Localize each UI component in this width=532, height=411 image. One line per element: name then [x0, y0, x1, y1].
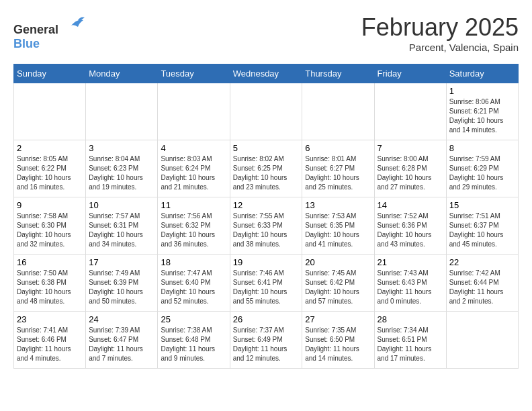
- day-number: 18: [161, 257, 226, 267]
- day-content: Sunrise: 7:46 AM Sunset: 6:41 PM Dayligh…: [233, 269, 300, 306]
- day-number: 2: [17, 143, 83, 153]
- day-content: Sunrise: 8:01 AM Sunset: 6:27 PM Dayligh…: [305, 154, 371, 192]
- day-number: 10: [89, 200, 154, 210]
- calendar-cell: 14Sunrise: 7:52 AM Sunset: 6:36 PM Dayli…: [374, 197, 446, 255]
- day-content: Sunrise: 7:45 AM Sunset: 6:42 PM Dayligh…: [305, 269, 371, 306]
- day-content: Sunrise: 7:52 AM Sunset: 6:36 PM Dayligh…: [378, 212, 443, 249]
- day-content: Sunrise: 7:35 AM Sunset: 6:50 PM Dayligh…: [305, 326, 371, 363]
- day-content: Sunrise: 7:37 AM Sunset: 6:49 PM Dayligh…: [233, 326, 300, 363]
- day-content: Sunrise: 8:03 AM Sunset: 6:24 PM Dayligh…: [161, 154, 226, 192]
- calendar-cell: 10Sunrise: 7:57 AM Sunset: 6:31 PM Dayli…: [86, 197, 158, 255]
- header-monday: Monday: [86, 64, 158, 83]
- calendar-cell: 16Sunrise: 7:50 AM Sunset: 6:38 PM Dayli…: [14, 255, 86, 312]
- header-sunday: Sunday: [14, 64, 86, 83]
- calendar-cell: 28Sunrise: 7:34 AM Sunset: 6:51 PM Dayli…: [374, 312, 446, 369]
- day-number: 24: [89, 314, 154, 324]
- day-content: Sunrise: 7:57 AM Sunset: 6:31 PM Dayligh…: [89, 212, 154, 249]
- calendar-cell: 3Sunrise: 8:04 AM Sunset: 6:23 PM Daylig…: [86, 140, 158, 197]
- calendar-week-2: 2Sunrise: 8:05 AM Sunset: 6:22 PM Daylig…: [14, 140, 519, 197]
- day-number: 20: [305, 257, 371, 267]
- day-content: Sunrise: 7:58 AM Sunset: 6:30 PM Dayligh…: [17, 212, 83, 249]
- title-area: February 2025 Parcent, Valencia, Spain: [361, 13, 519, 53]
- logo-bird-icon: [64, 13, 85, 34]
- calendar-cell: 15Sunrise: 7:51 AM Sunset: 6:37 PM Dayli…: [446, 197, 518, 255]
- day-number: 1: [449, 86, 515, 96]
- day-content: Sunrise: 7:59 AM Sunset: 6:29 PM Dayligh…: [449, 154, 515, 192]
- day-number: 7: [378, 143, 443, 153]
- day-number: 19: [233, 257, 300, 267]
- calendar-cell: 21Sunrise: 7:43 AM Sunset: 6:43 PM Dayli…: [374, 255, 446, 312]
- header-thursday: Thursday: [302, 64, 374, 83]
- day-content: Sunrise: 7:38 AM Sunset: 6:48 PM Dayligh…: [161, 326, 226, 363]
- calendar-cell: [158, 83, 230, 140]
- calendar-cell: 23Sunrise: 7:41 AM Sunset: 6:46 PM Dayli…: [14, 312, 86, 369]
- calendar-cell: 9Sunrise: 7:58 AM Sunset: 6:30 PM Daylig…: [14, 197, 86, 255]
- calendar-cell: 6Sunrise: 8:01 AM Sunset: 6:27 PM Daylig…: [302, 140, 374, 197]
- calendar-cell: [302, 83, 374, 140]
- calendar-cell: 24Sunrise: 7:39 AM Sunset: 6:47 PM Dayli…: [86, 312, 158, 369]
- day-content: Sunrise: 8:02 AM Sunset: 6:25 PM Dayligh…: [233, 154, 300, 192]
- day-content: Sunrise: 7:47 AM Sunset: 6:40 PM Dayligh…: [161, 269, 226, 306]
- calendar-cell: 26Sunrise: 7:37 AM Sunset: 6:49 PM Dayli…: [230, 312, 302, 369]
- day-content: Sunrise: 8:05 AM Sunset: 6:22 PM Dayligh…: [17, 154, 83, 192]
- day-number: 9: [17, 200, 83, 210]
- day-content: Sunrise: 7:56 AM Sunset: 6:32 PM Dayligh…: [161, 212, 226, 249]
- calendar-cell: [374, 83, 446, 140]
- calendar-cell: 5Sunrise: 8:02 AM Sunset: 6:25 PM Daylig…: [230, 140, 302, 197]
- calendar-cell: [230, 83, 302, 140]
- calendar-cell: 25Sunrise: 7:38 AM Sunset: 6:48 PM Dayli…: [158, 312, 230, 369]
- day-content: Sunrise: 8:06 AM Sunset: 6:21 PM Dayligh…: [449, 97, 515, 135]
- logo: General Blue: [13, 13, 85, 51]
- calendar-cell: [14, 83, 86, 140]
- day-number: 4: [161, 143, 226, 153]
- calendar-title: February 2025: [361, 13, 519, 42]
- calendar-cell: 7Sunrise: 8:00 AM Sunset: 6:28 PM Daylig…: [374, 140, 446, 197]
- calendar-cell: 17Sunrise: 7:49 AM Sunset: 6:39 PM Dayli…: [86, 255, 158, 312]
- day-content: Sunrise: 7:43 AM Sunset: 6:43 PM Dayligh…: [378, 269, 443, 306]
- day-number: 28: [378, 314, 443, 324]
- day-number: 22: [449, 257, 515, 267]
- header-wednesday: Wednesday: [230, 64, 302, 83]
- header-friday: Friday: [374, 64, 446, 83]
- day-number: 16: [17, 257, 83, 267]
- calendar-cell: 18Sunrise: 7:47 AM Sunset: 6:40 PM Dayli…: [158, 255, 230, 312]
- calendar-cell: 13Sunrise: 7:53 AM Sunset: 6:35 PM Dayli…: [302, 197, 374, 255]
- day-content: Sunrise: 7:53 AM Sunset: 6:35 PM Dayligh…: [305, 212, 371, 249]
- calendar-cell: 1Sunrise: 8:06 AM Sunset: 6:21 PM Daylig…: [446, 83, 518, 140]
- header: General Blue February 2025 Parcent, Vale…: [13, 13, 519, 53]
- calendar-cell: 2Sunrise: 8:05 AM Sunset: 6:22 PM Daylig…: [14, 140, 86, 197]
- day-number: 25: [161, 314, 226, 324]
- calendar-subtitle: Parcent, Valencia, Spain: [361, 42, 519, 53]
- day-content: Sunrise: 7:39 AM Sunset: 6:47 PM Dayligh…: [89, 326, 154, 363]
- day-number: 13: [305, 200, 371, 210]
- day-number: 5: [233, 143, 300, 153]
- day-content: Sunrise: 8:00 AM Sunset: 6:28 PM Dayligh…: [378, 154, 443, 192]
- day-number: 21: [378, 257, 443, 267]
- calendar-cell: 4Sunrise: 8:03 AM Sunset: 6:24 PM Daylig…: [158, 140, 230, 197]
- day-content: Sunrise: 7:42 AM Sunset: 6:44 PM Dayligh…: [449, 269, 515, 306]
- calendar-week-5: 23Sunrise: 7:41 AM Sunset: 6:46 PM Dayli…: [14, 312, 519, 369]
- calendar-cell: 20Sunrise: 7:45 AM Sunset: 6:42 PM Dayli…: [302, 255, 374, 312]
- logo-general: General: [13, 23, 58, 36]
- day-number: 6: [305, 143, 371, 153]
- calendar-table: Sunday Monday Tuesday Wednesday Thursday…: [13, 64, 519, 369]
- day-number: 17: [89, 257, 154, 267]
- day-number: 15: [449, 200, 515, 210]
- day-number: 27: [305, 314, 371, 324]
- day-content: Sunrise: 7:34 AM Sunset: 6:51 PM Dayligh…: [378, 326, 443, 363]
- day-content: Sunrise: 7:51 AM Sunset: 6:37 PM Dayligh…: [449, 212, 515, 249]
- day-number: 3: [89, 143, 154, 153]
- header-tuesday: Tuesday: [158, 64, 230, 83]
- day-content: Sunrise: 7:41 AM Sunset: 6:46 PM Dayligh…: [17, 326, 83, 363]
- calendar-cell: 8Sunrise: 7:59 AM Sunset: 6:29 PM Daylig…: [446, 140, 518, 197]
- day-number: 8: [449, 143, 515, 153]
- calendar-cell: 19Sunrise: 7:46 AM Sunset: 6:41 PM Dayli…: [230, 255, 302, 312]
- day-number: 14: [378, 200, 443, 210]
- day-content: Sunrise: 8:04 AM Sunset: 6:23 PM Dayligh…: [89, 154, 154, 192]
- calendar-cell: [86, 83, 158, 140]
- calendar-cell: 27Sunrise: 7:35 AM Sunset: 6:50 PM Dayli…: [302, 312, 374, 369]
- day-content: Sunrise: 7:49 AM Sunset: 6:39 PM Dayligh…: [89, 269, 154, 306]
- calendar-week-4: 16Sunrise: 7:50 AM Sunset: 6:38 PM Dayli…: [14, 255, 519, 312]
- calendar-header-row: Sunday Monday Tuesday Wednesday Thursday…: [14, 64, 519, 83]
- calendar-week-3: 9Sunrise: 7:58 AM Sunset: 6:30 PM Daylig…: [14, 197, 519, 255]
